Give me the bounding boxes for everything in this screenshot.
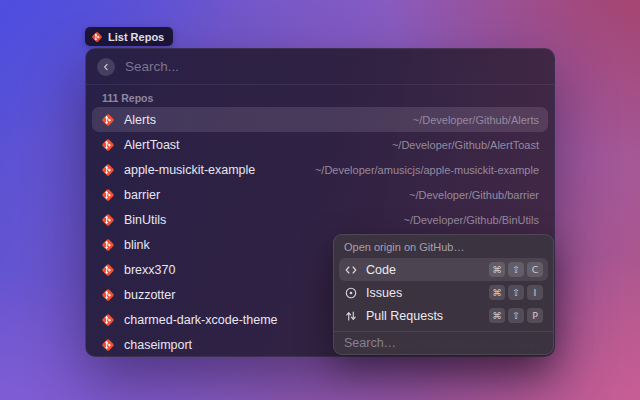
git-icon: [101, 288, 115, 302]
code-icon: [344, 263, 358, 277]
keycap-cmd: ⌘: [489, 262, 505, 277]
repo-row[interactable]: apple-musickit-example ~/Developer/amusi…: [92, 157, 548, 182]
pull-request-icon: [344, 309, 358, 323]
git-icon: [101, 338, 115, 352]
repo-name: buzzotter: [124, 288, 175, 302]
repo-path: ~/Developer/amusicjs/apple-musickit-exam…: [315, 164, 539, 176]
menu-item-code[interactable]: Code ⌘ ⇧ C: [339, 258, 548, 281]
keycap-shift: ⇧: [508, 262, 524, 277]
repo-path: ~/Developer/Github/BinUtils: [404, 214, 539, 226]
repo-name: charmed-dark-xcode-theme: [124, 313, 278, 327]
keycap-shift: ⇧: [508, 308, 524, 323]
repo-name: brexx370: [124, 263, 175, 277]
git-icon: [101, 263, 115, 277]
keycap-letter: C: [527, 262, 543, 277]
repo-name: apple-musickit-example: [124, 163, 255, 177]
menu-item-pull-requests[interactable]: Pull Requests ⌘ ⇧ P: [339, 304, 548, 327]
repo-name: barrier: [124, 188, 160, 202]
git-icon: [101, 213, 115, 227]
desktop-background: List Repos Search... 111 Repos: [0, 0, 640, 400]
git-icon: [101, 163, 115, 177]
git-icon: [101, 238, 115, 252]
actions-menu-header: Open origin on GitHub…: [334, 239, 553, 256]
menu-item-label: Code: [366, 263, 396, 277]
repo-row[interactable]: AlertToast ~/Developer/Github/AlertToast: [92, 132, 548, 157]
keycap-shift: ⇧: [508, 285, 524, 300]
repo-path: ~/Developer/Github/Alerts: [413, 114, 539, 126]
keycap-cmd: ⌘: [489, 308, 505, 323]
search-bar: Search...: [86, 49, 554, 85]
issue-circle-icon: [344, 286, 358, 300]
repo-name: BinUtils: [124, 213, 166, 227]
chevron-left-icon: [101, 62, 111, 72]
repo-name: AlertToast: [124, 138, 180, 152]
keycap-letter: I: [527, 285, 543, 300]
git-icon: [91, 31, 103, 43]
search-input[interactable]: Search...: [125, 59, 179, 74]
repo-name: Alerts: [124, 113, 156, 127]
repo-path: ~/Developer/Github/AlertToast: [392, 139, 539, 151]
git-icon: [101, 138, 115, 152]
git-icon: [101, 113, 115, 127]
command-tag[interactable]: List Repos: [85, 27, 173, 46]
git-icon: [101, 313, 115, 327]
repo-name: blink: [124, 238, 150, 252]
back-button[interactable]: [97, 58, 115, 76]
keycap-letter: P: [527, 308, 543, 323]
command-tag-label: List Repos: [108, 31, 164, 43]
git-icon: [101, 188, 115, 202]
repo-path: ~/Developer/Github/barrier: [409, 189, 539, 201]
repo-row[interactable]: BinUtils ~/Developer/Github/BinUtils: [92, 207, 548, 232]
section-header: 111 Repos: [92, 89, 548, 107]
menu-item-label: Issues: [366, 286, 402, 300]
menu-search-input[interactable]: Search…: [334, 332, 553, 354]
repo-row[interactable]: barrier ~/Developer/Github/barrier: [92, 182, 548, 207]
repo-row[interactable]: Alerts ~/Developer/Github/Alerts: [92, 107, 548, 132]
keycap-cmd: ⌘: [489, 285, 505, 300]
menu-item-issues[interactable]: Issues ⌘ ⇧ I: [339, 281, 548, 304]
actions-menu: Open origin on GitHub… Code ⌘ ⇧ C Issue: [333, 234, 554, 355]
repo-name: chaseimport: [124, 338, 192, 352]
menu-item-label: Pull Requests: [366, 309, 443, 323]
